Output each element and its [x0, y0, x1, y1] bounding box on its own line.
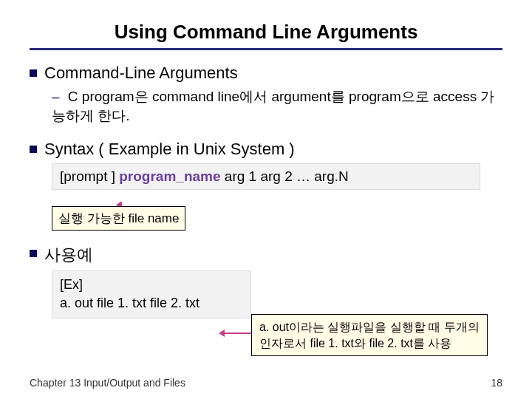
args-text: arg 1 arg 2 … arg.N: [221, 168, 349, 184]
section-heading: 사용예: [44, 244, 93, 266]
slide-title: Using Command Line Arguments: [30, 21, 502, 50]
dash-icon: –: [52, 89, 60, 104]
filename-label: 실행 가능한 file name: [52, 206, 185, 231]
body-text: C program은 command line에서 argument를 prog…: [52, 89, 494, 123]
section-cli-args: Command-Line Arguments: [30, 64, 502, 83]
prompt-text: [prompt ]: [60, 168, 119, 184]
label-wrap: 실행 가능한 file name: [52, 206, 502, 231]
bullet-icon: [30, 146, 37, 153]
bullet-icon: [30, 69, 37, 77]
example-description: a. out이라는 실행파일을 실행할 때 두개의 인자로서 file 1. t…: [251, 314, 488, 356]
page-number: 18: [491, 377, 502, 389]
arrow-icon: [222, 332, 251, 334]
arrowhead-icon: [219, 330, 225, 337]
bullet-icon: [30, 250, 37, 257]
section-example: 사용예: [30, 244, 502, 266]
section-heading: Syntax ( Example in Unix System ): [44, 140, 295, 159]
program-name: program_name: [119, 168, 220, 184]
example-label: [Ex]: [60, 276, 243, 294]
footer-text: Chapter 13 Input/Output and Files: [30, 377, 185, 389]
example-command: a. out file 1. txt file 2. txt: [60, 294, 243, 313]
syntax-codebox: [prompt ] program_name arg 1 arg 2 … arg…: [52, 163, 480, 190]
section-cli-args-body: – C program은 command line에서 argument를 pr…: [52, 87, 502, 125]
section-syntax: Syntax ( Example in Unix System ): [30, 140, 502, 159]
example-codebox: [Ex] a. out file 1. txt file 2. txt: [52, 270, 251, 318]
section-heading: Command-Line Arguments: [44, 64, 238, 83]
slide: Using Command Line Arguments Command-Lin…: [0, 0, 532, 399]
